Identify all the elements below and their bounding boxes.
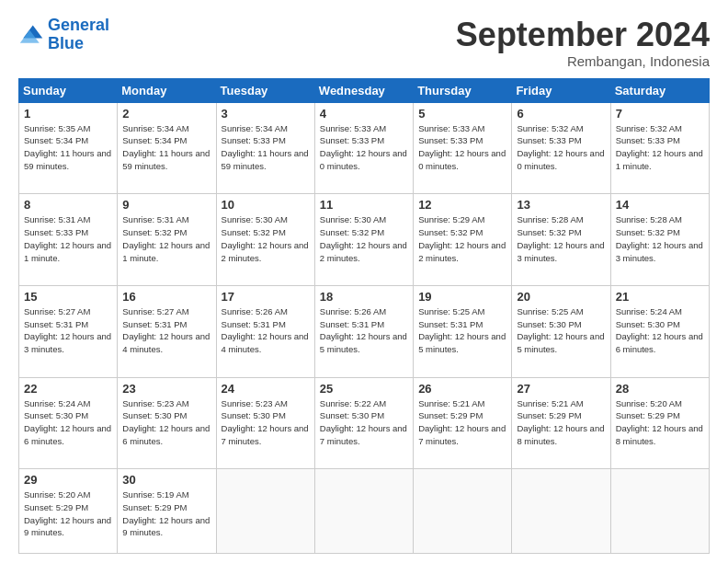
day-detail: Sunrise: 5:32 AM Sunset: 5:33 PM Dayligh… (517, 122, 605, 173)
table-row (314, 469, 413, 554)
day-detail: Sunrise: 5:20 AM Sunset: 5:29 PM Dayligh… (616, 397, 704, 448)
table-row (512, 469, 610, 554)
day-number: 25 (320, 382, 408, 396)
day-number: 9 (122, 198, 210, 212)
table-row: 12Sunrise: 5:29 AM Sunset: 5:32 PM Dayli… (414, 194, 512, 286)
table-row: 3Sunrise: 5:34 AM Sunset: 5:33 PM Daylig… (216, 102, 314, 194)
header-monday: Monday (118, 78, 216, 102)
calendar-week-2: 15Sunrise: 5:27 AM Sunset: 5:31 PM Dayli… (19, 285, 710, 377)
table-row: 20Sunrise: 5:25 AM Sunset: 5:30 PM Dayli… (512, 285, 610, 377)
day-detail: Sunrise: 5:26 AM Sunset: 5:31 PM Dayligh… (222, 305, 310, 356)
table-row: 6Sunrise: 5:32 AM Sunset: 5:33 PM Daylig… (512, 102, 610, 194)
header-thursday: Thursday (414, 78, 512, 102)
day-number: 23 (122, 382, 210, 396)
logo-line1: General (48, 16, 109, 34)
calendar-week-1: 8Sunrise: 5:31 AM Sunset: 5:33 PM Daylig… (19, 194, 710, 286)
table-row: 30Sunrise: 5:19 AM Sunset: 5:29 PM Dayli… (118, 469, 216, 554)
day-detail: Sunrise: 5:27 AM Sunset: 5:31 PM Dayligh… (24, 305, 112, 356)
day-number: 22 (24, 382, 112, 396)
day-number: 8 (24, 198, 112, 212)
logo-text: General Blue (48, 17, 109, 53)
day-number: 28 (616, 382, 704, 396)
table-row (216, 469, 314, 554)
day-number: 10 (222, 198, 310, 212)
day-detail: Sunrise: 5:34 AM Sunset: 5:33 PM Dayligh… (222, 122, 310, 173)
day-number: 29 (24, 473, 112, 487)
logo: General Blue (18, 17, 109, 53)
day-detail: Sunrise: 5:33 AM Sunset: 5:33 PM Dayligh… (418, 122, 506, 173)
table-row: 25Sunrise: 5:22 AM Sunset: 5:30 PM Dayli… (314, 377, 413, 469)
day-number: 17 (222, 290, 310, 304)
day-number: 2 (122, 107, 210, 121)
day-detail: Sunrise: 5:31 AM Sunset: 5:32 PM Dayligh… (122, 213, 210, 264)
calendar-week-3: 22Sunrise: 5:24 AM Sunset: 5:30 PM Dayli… (19, 377, 710, 469)
day-number: 19 (418, 290, 506, 304)
calendar-week-0: 1Sunrise: 5:35 AM Sunset: 5:34 PM Daylig… (19, 102, 710, 194)
day-number: 3 (222, 107, 310, 121)
day-number: 13 (517, 198, 605, 212)
day-detail: Sunrise: 5:34 AM Sunset: 5:34 PM Dayligh… (122, 122, 210, 173)
table-row: 4Sunrise: 5:33 AM Sunset: 5:33 PM Daylig… (314, 102, 413, 194)
table-row: 28Sunrise: 5:20 AM Sunset: 5:29 PM Dayli… (610, 377, 709, 469)
day-number: 1 (24, 107, 112, 121)
header-sunday: Sunday (19, 78, 118, 102)
day-detail: Sunrise: 5:20 AM Sunset: 5:29 PM Dayligh… (24, 488, 112, 539)
day-detail: Sunrise: 5:24 AM Sunset: 5:30 PM Dayligh… (24, 397, 112, 448)
day-detail: Sunrise: 5:30 AM Sunset: 5:32 PM Dayligh… (320, 213, 408, 264)
day-number: 24 (222, 382, 310, 396)
table-row: 16Sunrise: 5:27 AM Sunset: 5:31 PM Dayli… (118, 285, 216, 377)
table-row: 10Sunrise: 5:30 AM Sunset: 5:32 PM Dayli… (216, 194, 314, 286)
day-detail: Sunrise: 5:23 AM Sunset: 5:30 PM Dayligh… (222, 397, 310, 448)
day-number: 27 (517, 382, 605, 396)
day-detail: Sunrise: 5:19 AM Sunset: 5:29 PM Dayligh… (122, 488, 210, 539)
calendar-week-4: 29Sunrise: 5:20 AM Sunset: 5:29 PM Dayli… (19, 469, 710, 554)
day-detail: Sunrise: 5:26 AM Sunset: 5:31 PM Dayligh… (320, 305, 408, 356)
day-detail: Sunrise: 5:29 AM Sunset: 5:32 PM Dayligh… (418, 213, 506, 264)
table-row: 5Sunrise: 5:33 AM Sunset: 5:33 PM Daylig… (414, 102, 512, 194)
page: General Blue September 2024 Rembangan, I… (0, 0, 728, 563)
day-number: 14 (616, 198, 704, 212)
table-row (414, 469, 512, 554)
header-saturday: Saturday (610, 78, 709, 102)
day-number: 18 (320, 290, 408, 304)
table-row: 2Sunrise: 5:34 AM Sunset: 5:34 PM Daylig… (118, 102, 216, 194)
day-number: 6 (517, 107, 605, 121)
table-row: 24Sunrise: 5:23 AM Sunset: 5:30 PM Dayli… (216, 377, 314, 469)
day-number: 26 (418, 382, 506, 396)
day-detail: Sunrise: 5:23 AM Sunset: 5:30 PM Dayligh… (122, 397, 210, 448)
day-number: 16 (122, 290, 210, 304)
title-block: September 2024 Rembangan, Indonesia (456, 17, 710, 69)
table-row: 11Sunrise: 5:30 AM Sunset: 5:32 PM Dayli… (314, 194, 413, 286)
table-row: 26Sunrise: 5:21 AM Sunset: 5:29 PM Dayli… (414, 377, 512, 469)
day-detail: Sunrise: 5:32 AM Sunset: 5:33 PM Dayligh… (616, 122, 704, 173)
day-detail: Sunrise: 5:31 AM Sunset: 5:33 PM Dayligh… (24, 213, 112, 264)
table-row: 22Sunrise: 5:24 AM Sunset: 5:30 PM Dayli… (19, 377, 118, 469)
table-row: 14Sunrise: 5:28 AM Sunset: 5:32 PM Dayli… (610, 194, 709, 286)
logo-line2: Blue (48, 34, 84, 52)
day-number: 30 (122, 473, 210, 487)
table-row: 9Sunrise: 5:31 AM Sunset: 5:32 PM Daylig… (118, 194, 216, 286)
day-detail: Sunrise: 5:30 AM Sunset: 5:32 PM Dayligh… (222, 213, 310, 264)
day-number: 15 (24, 290, 112, 304)
day-number: 21 (616, 290, 704, 304)
table-row: 8Sunrise: 5:31 AM Sunset: 5:33 PM Daylig… (19, 194, 118, 286)
day-detail: Sunrise: 5:24 AM Sunset: 5:30 PM Dayligh… (616, 305, 704, 356)
location: Rembangan, Indonesia (456, 53, 710, 69)
header: General Blue September 2024 Rembangan, I… (18, 17, 710, 69)
day-detail: Sunrise: 5:21 AM Sunset: 5:29 PM Dayligh… (418, 397, 506, 448)
day-detail: Sunrise: 5:25 AM Sunset: 5:30 PM Dayligh… (517, 305, 605, 356)
table-row: 19Sunrise: 5:25 AM Sunset: 5:31 PM Dayli… (414, 285, 512, 377)
logo-icon (18, 22, 44, 48)
day-number: 20 (517, 290, 605, 304)
table-row: 21Sunrise: 5:24 AM Sunset: 5:30 PM Dayli… (610, 285, 709, 377)
day-detail: Sunrise: 5:21 AM Sunset: 5:29 PM Dayligh… (517, 397, 605, 448)
table-row: 7Sunrise: 5:32 AM Sunset: 5:33 PM Daylig… (610, 102, 709, 194)
day-detail: Sunrise: 5:28 AM Sunset: 5:32 PM Dayligh… (616, 213, 704, 264)
day-detail: Sunrise: 5:27 AM Sunset: 5:31 PM Dayligh… (122, 305, 210, 356)
month-title: September 2024 (456, 17, 710, 53)
header-wednesday: Wednesday (314, 78, 413, 102)
day-number: 4 (320, 107, 408, 121)
header-tuesday: Tuesday (216, 78, 314, 102)
header-friday: Friday (512, 78, 610, 102)
calendar-body: 1Sunrise: 5:35 AM Sunset: 5:34 PM Daylig… (19, 102, 710, 553)
